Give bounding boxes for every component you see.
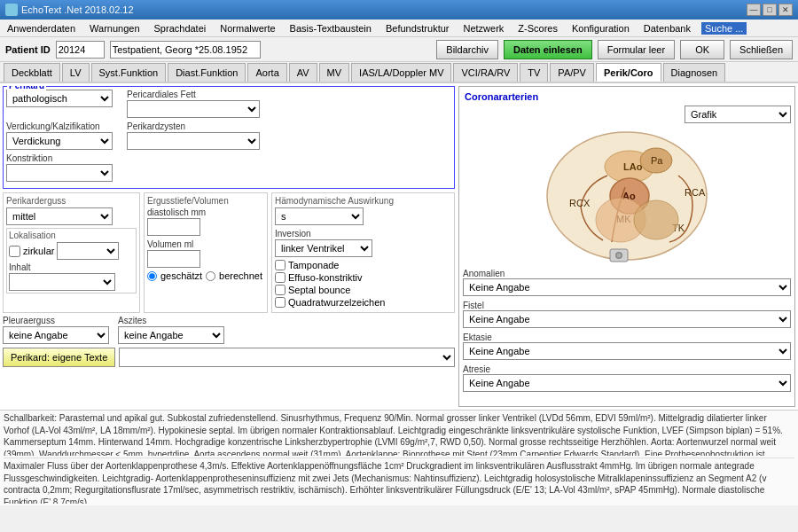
zirkular-checkbox[interactable] xyxy=(9,246,20,257)
verdickung-select[interactable]: Verdickung Kalzifikation beides xyxy=(6,132,113,150)
erguss-row: Perikarderguss mittel klein groß Lokalis… xyxy=(3,192,455,313)
patient-id-input[interactable] xyxy=(56,41,105,59)
radio-row: geschätzt berechnet xyxy=(147,270,264,281)
tab-syst-funktion[interactable]: Syst.Funktion xyxy=(91,63,167,82)
fistel-section: Fistel Keine Angabe vorhanden nicht vorh… xyxy=(463,300,791,328)
menu-normalwerte[interactable]: Normalwerte xyxy=(216,22,278,35)
effuso-checkbox[interactable] xyxy=(275,272,286,283)
tamponade-label: Tamponade xyxy=(288,260,340,270)
septal-bounce-checkbox[interactable] xyxy=(275,285,286,295)
svg-point-12 xyxy=(634,200,678,239)
atresie-section: Atresie Keine Angabe vorhanden nicht vor… xyxy=(463,364,791,392)
inhalt-label: Inhalt xyxy=(9,262,134,272)
tab-diagnosen[interactable]: Diagnosen xyxy=(663,63,726,82)
effuso-label: Effuso-konstriktiv xyxy=(288,272,363,283)
perikardzysten-select[interactable] xyxy=(127,132,260,150)
diastolisch-input[interactable] xyxy=(147,218,200,236)
menu-konfiguration[interactable]: Konfiguration xyxy=(568,22,633,35)
close-button[interactable]: ✕ xyxy=(778,4,793,16)
title-bar-buttons: — □ ✕ xyxy=(747,4,793,16)
anomalien-select[interactable]: Keine Angabe vorhanden nicht vorhanden xyxy=(463,278,791,296)
maximize-button[interactable]: □ xyxy=(763,4,777,16)
verdickung-label: Verdickung/Kalzifikation xyxy=(6,121,113,131)
tab-deckblatt[interactable]: Deckblatt xyxy=(4,63,60,82)
lokalisation-select[interactable] xyxy=(57,242,119,260)
pathologisch-select[interactable]: pathologisch normal xyxy=(6,90,113,107)
effuso-row: Effuso-konstriktiv xyxy=(275,272,451,283)
berechnet-label: berechnet xyxy=(219,270,262,281)
quadratwurzel-checkbox[interactable] xyxy=(275,297,286,308)
lokalisation-sub: Lokalisation zirkular Inhalt xyxy=(6,228,137,293)
perikard-eigene-texte-button[interactable]: Perikard: eigene Texte xyxy=(3,348,115,367)
perikard-row1: pathologisch normal Pericardiales Fett xyxy=(6,90,451,118)
tab-perik-coro[interactable]: Perik/Coro xyxy=(596,63,661,82)
tamponade-row: Tamponade xyxy=(275,260,451,270)
inversion-select[interactable]: linker Ventrikel rechter Ventrikel beide xyxy=(275,239,372,257)
tab-av[interactable]: AV xyxy=(289,63,317,82)
svg-text:RCA: RCA xyxy=(685,187,706,198)
tamponade-checkbox[interactable] xyxy=(275,260,286,270)
verdickung-group: Verdickung/Kalzifikation Verdickung Kalz… xyxy=(6,121,113,150)
haemo-select[interactable]: s keine mild xyxy=(275,207,364,225)
berechnet-radio[interactable] xyxy=(206,271,215,281)
bildarchiv-button[interactable]: Bildarchiv xyxy=(436,40,498,59)
pericardiales-fett-group: Pericardiales Fett xyxy=(127,90,260,118)
heart-diagram-svg: LAo Pa RCA Ao MK xyxy=(541,127,714,264)
tab-aorta[interactable]: Aorta xyxy=(247,63,286,82)
fistel-select[interactable]: Keine Angabe vorhanden nicht vorhanden xyxy=(463,310,791,328)
app-icon xyxy=(5,4,18,16)
diastolisch-label: diastolisch mm xyxy=(147,207,264,217)
pleura-label: Pleuraerguss xyxy=(3,316,109,325)
daten-einlesen-button[interactable]: Daten einlesen xyxy=(504,40,592,59)
menu-suche[interactable]: Suche ... xyxy=(701,22,747,35)
menu-anwenderdaten[interactable]: Anwenderdaten xyxy=(4,22,79,35)
aszites-label: Aszites xyxy=(118,316,224,325)
haemo-section: Hämodynamische Auswirkung s keine mild I… xyxy=(271,192,455,313)
pleura-group: Pleuraerguss keine Angabe links rechts b… xyxy=(3,316,109,344)
coronar-title: Coronararterien xyxy=(463,90,791,103)
perikard-title: Perikard xyxy=(7,86,46,90)
geschaetzt-radio[interactable] xyxy=(147,271,157,281)
konstriktion-label: Konstriktion xyxy=(6,153,451,163)
atresie-select[interactable]: Keine Angabe vorhanden nicht vorhanden xyxy=(463,374,791,392)
patient-bar: Patient ID Bildarchiv Daten einlesen For… xyxy=(0,37,798,62)
volumen-input[interactable] xyxy=(147,250,200,268)
patient-name-input[interactable] xyxy=(110,41,261,59)
tab-pa-pv[interactable]: PA/PV xyxy=(550,63,594,82)
konstriktion-select[interactable] xyxy=(6,164,113,182)
tab-vci-ra-rv[interactable]: VCI/RA/RV xyxy=(453,63,518,82)
tab-ias-la[interactable]: IAS/LA/Doppler MV xyxy=(351,63,451,82)
title-bar: EchoText .Net 2018.02.12 — □ ✕ xyxy=(0,0,798,20)
formular-leer-button[interactable]: Formular leer xyxy=(598,40,675,59)
perikarderguss-title: Perikarderguss xyxy=(6,196,137,206)
ektasie-select[interactable]: Keine Angabe vorhanden nicht vorhanden xyxy=(463,342,791,360)
menu-warnungen[interactable]: Warnungen xyxy=(86,22,143,35)
tab-mv[interactable]: MV xyxy=(319,63,350,82)
schliessen-button[interactable]: Schließen xyxy=(730,40,793,59)
atresie-label: Atresie xyxy=(463,364,490,374)
menu-datenbank[interactable]: Datenbank xyxy=(640,22,694,35)
tab-diast-funktion[interactable]: Diast.Funktion xyxy=(168,63,246,82)
ok-button[interactable]: OK xyxy=(680,40,724,59)
perikard-texte-select[interactable] xyxy=(119,348,455,367)
pleura-select[interactable]: keine Angabe links rechts beidseits xyxy=(3,326,109,344)
grafik-select[interactable]: Grafik Schema Normal xyxy=(685,106,791,123)
menu-bar: Anwenderdaten Warnungen Sprachdatei Norm… xyxy=(0,20,798,37)
perikardzysten-group: Perikardzysten xyxy=(127,121,260,150)
menu-z-scores[interactable]: Z-Scores xyxy=(514,22,561,35)
aszites-group: Aszites keine Angabe vorhanden nicht vor… xyxy=(118,316,224,344)
pericardiales-fett-select[interactable] xyxy=(127,100,260,118)
svg-text:Pa: Pa xyxy=(651,155,663,166)
tab-tv[interactable]: TV xyxy=(520,63,548,82)
minimize-button[interactable]: — xyxy=(747,4,761,16)
menu-basis-textbaustein[interactable]: Basis-Textbaustein xyxy=(286,22,375,35)
perikarderguss-select[interactable]: mittel klein groß xyxy=(6,207,113,225)
aszites-select[interactable]: keine Angabe vorhanden nicht vorhanden xyxy=(118,326,224,344)
tabs-row: Deckblatt LV Syst.Funktion Diast.Funktio… xyxy=(0,62,798,83)
inhalt-select[interactable] xyxy=(9,273,115,291)
lokalisation-label: Lokalisation xyxy=(9,231,134,240)
menu-befundstruktur[interactable]: Befundstruktur xyxy=(382,22,453,35)
menu-sprachdatei[interactable]: Sprachdatei xyxy=(151,22,210,35)
menu-netzwerk[interactable]: Netzwerk xyxy=(459,22,507,35)
tab-lv[interactable]: LV xyxy=(62,63,90,82)
